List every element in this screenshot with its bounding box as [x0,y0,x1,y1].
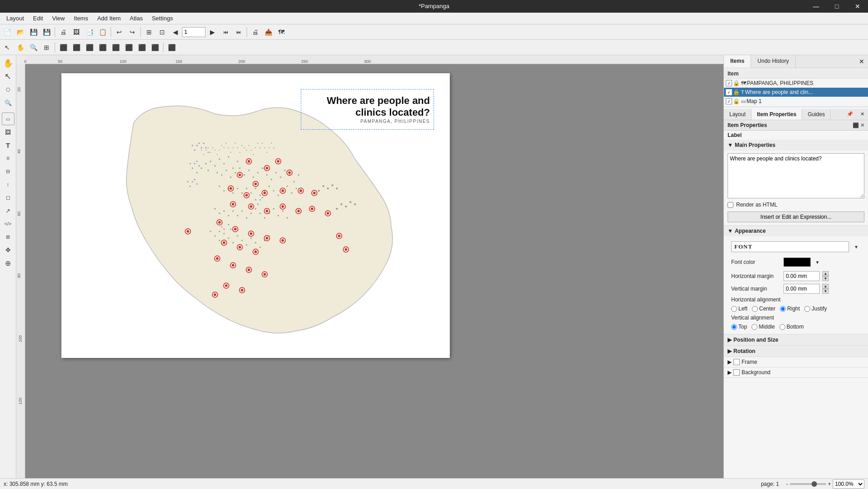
v-align-bottom-radio[interactable] [779,324,785,330]
zoom-left-tool[interactable]: 🔍 [2,96,14,109]
menu-settings[interactable]: Settings [147,13,177,24]
add-north-tool[interactable]: ↑ [2,178,14,191]
canvas-viewport[interactable]: Where are people and clinics located? PA… [25,64,723,478]
align-right-tool[interactable]: ⬛ [83,41,96,54]
distribute-v-tool[interactable]: ⬛ [149,41,161,54]
map-label-item[interactable]: Where are people and clinics located? PA… [301,89,434,130]
tab-guides[interactable]: Guides [802,109,831,120]
zoom-slider-thumb[interactable] [812,481,817,487]
tab-item-properties[interactable]: Item Properties [751,109,802,120]
insert-expression-button[interactable]: Insert or Edit an Expression... [728,212,864,222]
menu-add-item[interactable]: Add Item [93,13,125,24]
menu-view[interactable]: View [47,13,69,24]
zoom-width-button[interactable]: ⊡ [156,26,168,38]
render-html-checkbox[interactable] [728,202,733,208]
panel-close-button[interactable]: ✕ [855,55,868,68]
frame-row[interactable]: ▶ Frame [724,357,868,367]
align-middle-tool[interactable]: ⬛ [109,41,122,54]
atlas-print-button[interactable]: 🖨 [249,26,261,38]
distribute-h-tool[interactable]: ⬛ [135,41,148,54]
atlas-map-button[interactable]: 🗺 [275,26,288,38]
node-edit-tool[interactable]: ⬡ [2,83,14,96]
h-align-center-radio[interactable] [752,306,758,312]
v-align-middle[interactable]: Middle [751,324,775,330]
h-align-left-radio[interactable] [731,306,737,312]
tree-item-label[interactable]: 🔒 T Where are people and clin... [724,88,868,97]
align-left-tool[interactable]: ⬛ [57,41,70,54]
position-size-header[interactable]: ▶ Position and Size [724,334,868,345]
first-page-button[interactable]: ⏮ [219,26,232,38]
add-arrow-tool[interactable]: ↗ [2,204,14,217]
rotation-header[interactable]: ▶ Rotation [724,346,868,357]
v-align-middle-radio[interactable] [751,324,757,330]
export-image-button[interactable]: 🖼 [70,26,83,38]
zoom-full-button[interactable]: ⊞ [143,26,155,38]
move-content-tool[interactable]: ✥ [2,244,14,256]
zoom-slider[interactable] [790,483,826,485]
add-picture-tool[interactable]: 🖼 [2,126,14,138]
zoom-plus-button[interactable]: + [828,481,831,487]
add-shape-tool[interactable]: ◻ [2,191,14,204]
tree-checkbox-pampanga[interactable] [726,80,732,86]
select-all-tool[interactable]: ⊞ [40,41,53,54]
atlas-export-button[interactable]: 📤 [262,26,275,38]
menu-layout[interactable]: Layout [2,13,28,24]
add-table-tool[interactable]: ⊞ [2,230,14,243]
align-center-tool[interactable]: ⬛ [70,41,83,54]
tab-layout[interactable]: Layout [724,109,751,120]
zoom-tool[interactable]: 🔍 [27,41,40,54]
add-scalebar-tool[interactable]: ⊟ [2,165,14,178]
font-color-swatch[interactable] [784,258,811,267]
add-legend-tool[interactable]: ≡ [2,152,14,165]
v-margin-input[interactable] [784,284,820,294]
v-margin-spinbox[interactable]: ▲▼ [822,284,829,294]
save-as-button[interactable]: 💾 [40,26,53,38]
select-left-tool[interactable]: ↖ [2,70,14,83]
props-close-button[interactable]: ✕ [857,109,868,120]
v-align-bottom[interactable]: Bottom [779,324,804,330]
save-button[interactable]: 💾 [27,26,40,38]
h-margin-spinbox[interactable]: ▲▼ [822,271,829,281]
minimize-button[interactable]: — [806,0,826,13]
menu-atlas[interactable]: Atlas [125,13,147,24]
h-align-center[interactable]: Center [752,306,775,312]
close-button[interactable]: ✕ [847,0,868,13]
open-button[interactable]: 📂 [14,26,27,38]
h-align-justify-radio[interactable] [804,306,810,312]
resize-tool[interactable]: ⬛ [165,41,178,54]
add-html-tool[interactable]: </> [2,217,14,230]
v-align-top-radio[interactable] [731,324,737,330]
select-tool[interactable]: ↖ [1,41,14,54]
add-more-tool[interactable]: ⊕ [2,257,14,269]
menu-items[interactable]: Items [69,13,93,24]
font-dropdown-btn[interactable]: ▼ [852,240,861,253]
new-button[interactable]: 📄 [1,26,14,38]
tab-undo-history[interactable]: Undo History [751,55,795,68]
main-properties-header[interactable]: ▼ Main Properties [724,140,868,150]
page-number-input[interactable] [182,27,205,37]
h-align-right-radio[interactable] [780,306,786,312]
frame-checkbox[interactable] [733,359,740,365]
label-text-area[interactable]: Where are people and clinics located? [728,153,864,198]
h-margin-input[interactable] [784,271,820,281]
maximize-button[interactable]: □ [826,0,847,13]
pan-tool[interactable]: ✋ [14,41,27,54]
align-bottom-tool[interactable]: ⬛ [122,41,135,54]
tree-checkbox-label[interactable] [726,89,732,95]
font-color-dropdown-btn[interactable]: ▼ [813,256,821,268]
print-button[interactable]: 🖨 [57,26,70,38]
tree-item-map1[interactable]: 🔒 ▭ Map 1 [724,97,868,106]
zoom-minus-button[interactable]: - [786,481,788,487]
v-align-top[interactable]: Top [731,324,747,330]
pan-left-tool[interactable]: ✋ [2,57,14,70]
props-pin-button[interactable]: 📌 [843,109,857,120]
font-selector[interactable]: FONT [731,241,849,252]
background-row[interactable]: ▶ Background [724,367,868,377]
h-align-left[interactable]: Left [731,306,747,312]
last-page-button[interactable]: ⏭ [232,26,245,38]
tab-items[interactable]: Items [724,55,751,68]
appearance-header[interactable]: ▼ Appearance [724,226,868,236]
menu-edit[interactable]: Edit [28,13,47,24]
zoom-prev-button[interactable]: ◀ [169,26,182,38]
add-map-tool[interactable]: ▭ [2,113,14,125]
